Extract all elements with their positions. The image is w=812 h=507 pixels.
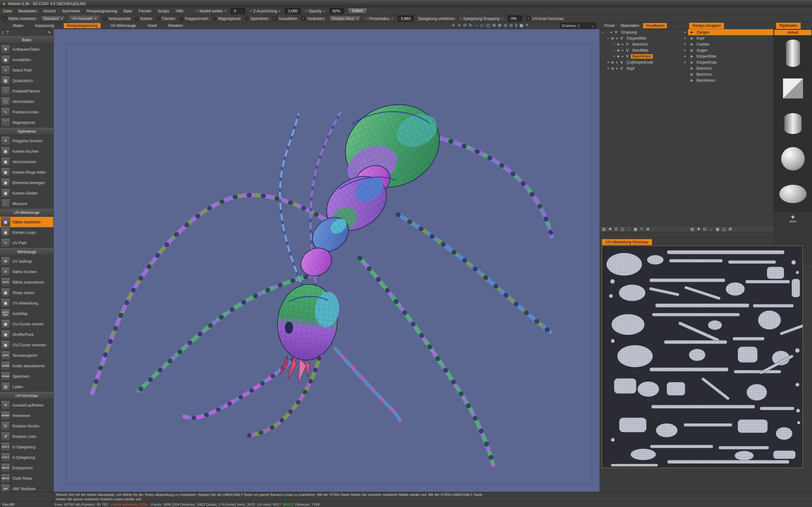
rotate-right-icon[interactable]: ↻: [469, 23, 472, 27]
eye-icon[interactable]: ◉: [690, 31, 694, 34]
model-widen-value[interactable]: 0: [231, 8, 245, 14]
transform-checkbox[interactable]: ✓ Verändern: [301, 16, 324, 21]
annotate-icon[interactable]: ✎: [525, 23, 529, 27]
eye-icon[interactable]: ◉: [690, 78, 694, 82]
tool-item[interactable]: ABF ABF Methode: [0, 484, 53, 492]
tool-item[interactable]: ∟ Measure: [0, 199, 53, 209]
tool-item[interactable]: ⚙ UV Settings: [0, 256, 53, 267]
tool-item[interactable]: ▤ Laden: [0, 382, 53, 392]
close-view-icon[interactable]: ⊠: [498, 23, 502, 27]
mark-seams-checkbox[interactable]: ✓ Nähte markieren: [3, 16, 37, 21]
layer-label[interactable]: KörperMitte: [625, 36, 648, 41]
menu-item[interactable]: Fenster: [136, 9, 155, 13]
grid-icon[interactable]: ⊞: [492, 23, 496, 27]
tool-item[interactable]: ▦ Quadratisch: [0, 75, 53, 86]
tool-item[interactable]: FLIP V V-Spiegelung: [0, 452, 53, 463]
brush-radius-value[interactable]: 5,883: [398, 15, 414, 21]
tool-item[interactable]: ▣ Nähte markieren: [0, 217, 53, 227]
group-list-icon[interactable]: ▤: [691, 227, 694, 231]
tool-item[interactable]: ⌒ Magnetpinsel: [0, 117, 53, 128]
layer-list-icon[interactable]: ▤: [602, 227, 606, 231]
add-child-icon[interactable]: +: [684, 54, 686, 59]
text-tool-icon[interactable]: T: [7, 31, 9, 35]
expander-icon[interactable]: −: [613, 48, 617, 53]
brush-radius-stepper[interactable]: ◄ Pinselradius ►: [365, 16, 394, 21]
add-child-icon[interactable]: +: [684, 48, 686, 53]
layer-label[interactable]: [1x]KörperEnde: [625, 60, 655, 65]
voxtree-item[interactable]: − ◉ ● V KörperMitte +: [600, 35, 688, 41]
voxtree-item[interactable]: + ◉ ● V Kopf: [600, 65, 688, 71]
tab-pinsel[interactable]: Pinsel: [602, 23, 617, 28]
tool-item[interactable]: RELAX Cloth Relax: [0, 473, 53, 484]
vertices-radio[interactable]: ● Vertexpunkte: [103, 16, 131, 21]
add-child-icon[interactable]: +: [684, 42, 686, 47]
menu-item[interactable]: Symmetrie: [59, 9, 83, 13]
volume-icon[interactable]: ●: [616, 61, 620, 64]
tool-item[interactable]: ↻ Rotation Rechts: [0, 421, 53, 431]
optimize-radio[interactable]: ● Optimieren: [245, 16, 269, 21]
tool-item[interactable]: ▣ Shuffle/Pack: [0, 329, 53, 340]
tool-item[interactable]: ▣ Sharp seams: [0, 287, 53, 298]
grid-view-icon[interactable]: ▦: [634, 227, 637, 231]
tool-item[interactable]: ▢ Verschließen: [0, 96, 53, 107]
eye-icon[interactable]: ◉: [690, 43, 694, 46]
tool-item[interactable]: ▣ Verschmelzen: [0, 157, 53, 167]
tool-item[interactable]: RELAX Entspannen: [0, 463, 53, 473]
tab-uv-werkzeuge[interactable]: UV-Werkzeuge: [109, 23, 137, 28]
camera-dropdown[interactable]: [Camera...] ⌄: [560, 23, 596, 29]
expander-icon[interactable]: +: [607, 60, 611, 65]
magnet-brush-radio[interactable]: ● Magnetpinsel: [212, 16, 241, 21]
eye-icon[interactable]: ◉: [690, 37, 694, 40]
target-icon[interactable]: ◎: [504, 23, 507, 27]
standard-dropdown[interactable]: Standard ▾: [41, 15, 65, 21]
tool-item[interactable]: ✕ Auswahl aufheben: [0, 400, 53, 410]
duplicate-group-icon[interactable]: ◫: [722, 227, 726, 231]
tool-item[interactable]: ▣ Kanten-Loops: [0, 227, 53, 238]
pattern-dropdown[interactable]: Simples Must ▾: [329, 15, 361, 21]
tool-item[interactable]: ▣ UV-Cluster verteilen: [0, 340, 53, 350]
menu-item[interactable]: Ansicht: [40, 9, 59, 13]
retopo-group-item[interactable]: ◉ Augen: [688, 47, 773, 53]
voxtree-item[interactable]: − ◉ ● V BeinMitte +: [600, 47, 688, 53]
eye-icon[interactable]: ◉: [617, 43, 622, 46]
layer-label[interactable]: BeinMitte: [631, 48, 650, 53]
menu-item[interactable]: Bearbeiten: [15, 9, 40, 13]
expander-icon[interactable]: −: [601, 30, 606, 35]
volume-icon[interactable]: ●: [616, 37, 620, 40]
grid-view-icon[interactable]: ▦: [716, 227, 719, 231]
tool-item[interactable]: ▣ UV-Abwicklung: [0, 298, 53, 308]
retopo-group-item[interactable]: ◉ KörperMitte: [688, 53, 773, 59]
duplicate-layer-icon[interactable]: ◫: [620, 227, 624, 231]
tab-voxelbaum[interactable]: Voxelbaum: [643, 23, 667, 29]
z-align-stepper[interactable]: ◄ Z-Ausrichtung ►: [249, 9, 281, 13]
collapse-panel-icon[interactable]: ⟨: [2, 31, 4, 35]
add-child-icon[interactable]: +: [684, 36, 686, 41]
volume-icon[interactable]: ●: [616, 67, 620, 70]
tool-item[interactable]: AUTO Texelausgleich: [0, 350, 53, 360]
tool-item[interactable]: FLIP U U-Spiegelung: [0, 442, 53, 452]
voxtree-item[interactable]: − ◉ ● V BeinHinten +: [600, 53, 688, 59]
tool-item[interactable]: ∷ Punkte&Flächen: [0, 86, 53, 96]
pan-icon[interactable]: ⇔: [474, 23, 478, 27]
uv-selection-dropdown[interactable]: UV-Auswahl ▾: [69, 15, 99, 21]
delete-group-icon[interactable]: ⊠: [728, 227, 732, 231]
tab-materialien[interactable]: Materialien: [618, 23, 642, 28]
add-group-icon[interactable]: ✚: [697, 227, 700, 231]
menu-item[interactable]: Bake: [120, 9, 136, 13]
tool-item[interactable]: INVERT Invertieren: [0, 410, 53, 421]
tool-item[interactable]: ✕ Polygone löschen: [0, 135, 53, 146]
expander-icon[interactable]: +: [607, 66, 611, 71]
tool-item[interactable]: ∿ UV Path: [0, 238, 53, 248]
pivot-icon[interactable]: ✛: [457, 23, 461, 27]
layer-label[interactable]: Kopf: [625, 66, 636, 71]
light-icon[interactable]: ✳: [452, 23, 455, 27]
z-align-value[interactable]: 3,000: [285, 8, 301, 14]
add-child-icon[interactable]: +: [684, 60, 686, 65]
menu-item[interactable]: Scripts: [155, 9, 173, 13]
eye-icon[interactable]: ◉: [611, 37, 616, 40]
tool-item[interactable]: ∿ Freihand-Linien: [0, 107, 53, 117]
eye-icon[interactable]: ◉: [617, 49, 622, 52]
remove-group-icon[interactable]: ⊟: [703, 227, 706, 231]
voxtree-item[interactable]: + ◉ ● V [1x]KörperEnde +: [600, 59, 688, 65]
edit-pencil-icon[interactable]: ✎: [48, 31, 51, 35]
